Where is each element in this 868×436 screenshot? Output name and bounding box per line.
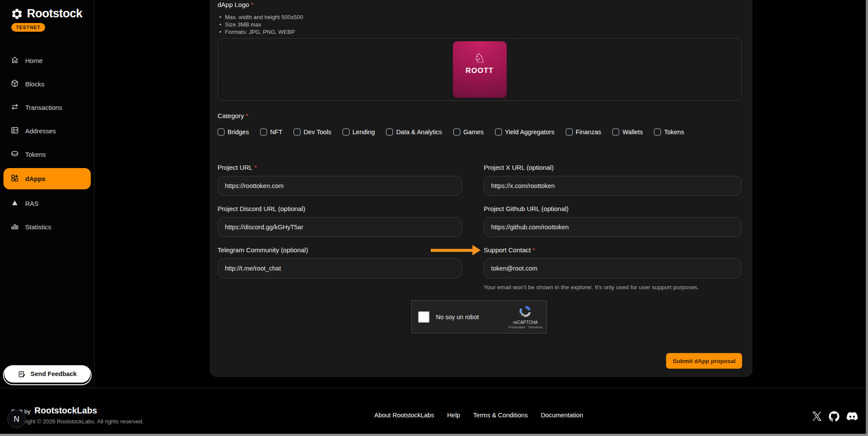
cube-icon: [10, 79, 19, 89]
testnet-badge: TESTNET: [11, 23, 45, 32]
category-checkbox-nft[interactable]: NFT: [260, 129, 282, 135]
field-project-github-url: Project Github URL (optional): [484, 205, 742, 237]
footer-brand-block: Built by RootstockLabs Copyright © 2026 …: [11, 406, 144, 425]
checkbox[interactable]: [612, 129, 619, 135]
sidebar-item-label: Transactions: [25, 104, 62, 111]
url-fields-grid: Project URL* Project X URL (optional) Pr…: [218, 164, 742, 300]
brand: Rootstock TESTNET: [0, 0, 94, 32]
uploaded-logo-preview: ♘ ROOTT: [453, 41, 507, 98]
recaptcha-checkbox[interactable]: [418, 311, 429, 323]
knight-icon: ♘: [453, 52, 507, 65]
category-checkbox-yield-aggregators[interactable]: Yield Aggregators: [495, 129, 554, 135]
sidebar-item-transactions[interactable]: Transactions: [3, 98, 91, 117]
project-x-url-input[interactable]: [484, 176, 742, 196]
logo-requirements: Max. width and height 500x500 Size 3MB m…: [218, 13, 303, 36]
checkbox[interactable]: [386, 129, 393, 135]
category-checkbox-dev-tools[interactable]: Dev Tools: [294, 129, 331, 135]
contact-card-icon: [10, 126, 19, 136]
footer-brand-name: RootstockLabs: [34, 406, 97, 416]
bar-chart-icon: [10, 222, 19, 232]
project-discord-url-input[interactable]: [218, 217, 462, 237]
logo-requirement-item: Formats: JPG, PNG, WEBP: [218, 28, 303, 36]
rootstock-flower-icon: [10, 7, 23, 20]
coin-icon: [10, 149, 19, 159]
annotation-arrow: [431, 249, 472, 252]
sidebar-item-statistics[interactable]: Statistics: [3, 217, 91, 236]
submit-dapp-proposal-button[interactable]: Submit dApp proposal: [666, 353, 742, 369]
recaptcha-logo-icon: [519, 305, 532, 318]
dapps-grid-plus-icon: [10, 174, 19, 184]
dapp-logo-section: dApp Logo* Max. width and height 500x500…: [218, 1, 303, 36]
checkbox[interactable]: [566, 129, 573, 135]
footer-link-terms[interactable]: Terms & Conditions: [473, 412, 528, 419]
sidebar-item-home[interactable]: Home: [3, 51, 91, 70]
footer: Built by RootstockLabs Copyright © 2026 …: [0, 388, 868, 434]
field-project-x-url: Project X URL (optional): [484, 164, 742, 196]
recaptcha-terms-links[interactable]: Privacidad - Términos: [508, 325, 542, 329]
recaptcha-label: No soy un robot: [436, 314, 479, 320]
footer-social: [812, 411, 858, 422]
logo-upload-dropzone[interactable]: ♘ ROOTT: [218, 38, 742, 101]
category-options: Bridges NFT Dev Tools Lending Data & Ana…: [218, 129, 684, 135]
support-contact-input[interactable]: [484, 258, 742, 278]
sidebar-item-label: Home: [25, 57, 43, 64]
project-url-input[interactable]: [218, 176, 462, 196]
checkbox[interactable]: [495, 129, 502, 135]
checkbox[interactable]: [654, 129, 661, 135]
github-icon[interactable]: [829, 411, 839, 422]
dapp-logo-label: dApp Logo*: [218, 1, 303, 8]
logo-requirement-item: Max. width and height 500x500: [218, 13, 303, 21]
recaptcha-brand: reCAPTCHA Privacidad - Términos: [508, 305, 542, 329]
category-checkbox-data-analytics[interactable]: Data & Analytics: [386, 129, 442, 135]
send-feedback-button[interactable]: Send Feedback: [4, 365, 90, 383]
logo-preview-name: ROOTT: [453, 66, 507, 75]
checkbox[interactable]: [294, 129, 300, 135]
sidebar-item-blocks[interactable]: Blocks: [3, 74, 91, 93]
category-checkbox-games[interactable]: Games: [453, 129, 484, 135]
category-checkbox-lending[interactable]: Lending: [343, 129, 375, 135]
vertical-scrollbar[interactable]: [866, 0, 868, 434]
brand-name: Rootstock: [27, 7, 83, 20]
copyright-text: Copyright © 2026 RootstockLabs. All righ…: [11, 418, 144, 425]
required-asterisk: *: [246, 112, 248, 119]
field-support-contact: Support Contact* Your email won't be sho…: [484, 246, 742, 291]
sidebar-item-dapps[interactable]: dApps: [3, 168, 91, 189]
category-checkbox-tokens[interactable]: Tokens: [654, 129, 684, 135]
footer-link-about[interactable]: About RootstockLabs: [374, 412, 434, 419]
discord-icon[interactable]: [847, 411, 858, 422]
category-checkbox-finanzas[interactable]: Finanzas: [566, 129, 601, 135]
telegram-community-input[interactable]: [218, 258, 462, 278]
page: Rootstock TESTNET Home Blocks Transactio…: [0, 0, 868, 436]
triangle-icon: [10, 198, 19, 208]
checkbox[interactable]: [343, 129, 350, 135]
checkbox[interactable]: [453, 129, 460, 135]
project-github-url-input[interactable]: [484, 217, 742, 237]
sidebar-item-label: Tokens: [25, 151, 46, 158]
field-telegram-community: Telegram Community (optional): [218, 246, 462, 291]
sidebar-item-label: Statistics: [25, 223, 51, 231]
sidebar-item-ras[interactable]: RAS: [3, 194, 91, 213]
swap-arrows-icon: [10, 102, 19, 112]
category-label: Category*: [218, 112, 248, 119]
n-floating-widget[interactable]: N: [7, 410, 26, 428]
field-project-url: Project URL*: [218, 164, 462, 196]
footer-link-help[interactable]: Help: [447, 412, 460, 419]
sidebar-item-tokens[interactable]: Tokens: [3, 145, 91, 164]
sidebar-item-label: RAS: [25, 200, 39, 207]
required-asterisk: *: [254, 164, 257, 171]
dapp-proposal-panel: dApp Logo* Max. width and height 500x500…: [210, 0, 752, 377]
footer-link-documentation[interactable]: Documentation: [541, 412, 583, 419]
required-asterisk: *: [251, 1, 254, 8]
footer-links: About RootstockLabs Help Terms & Conditi…: [374, 412, 583, 419]
required-asterisk: *: [532, 246, 535, 254]
checkbox[interactable]: [260, 129, 267, 135]
horizontal-scrollbar[interactable]: [0, 434, 868, 436]
sidebar-item-addresses[interactable]: Addresses: [3, 121, 91, 140]
home-icon: [10, 56, 19, 66]
category-checkbox-bridges[interactable]: Bridges: [218, 129, 249, 135]
category-checkbox-wallets[interactable]: Wallets: [612, 129, 643, 135]
sidebar-item-label: dApps: [25, 175, 46, 182]
checkbox[interactable]: [218, 129, 224, 135]
x-icon[interactable]: [812, 412, 822, 421]
logo-requirement-item: Size 3MB max: [218, 21, 303, 28]
